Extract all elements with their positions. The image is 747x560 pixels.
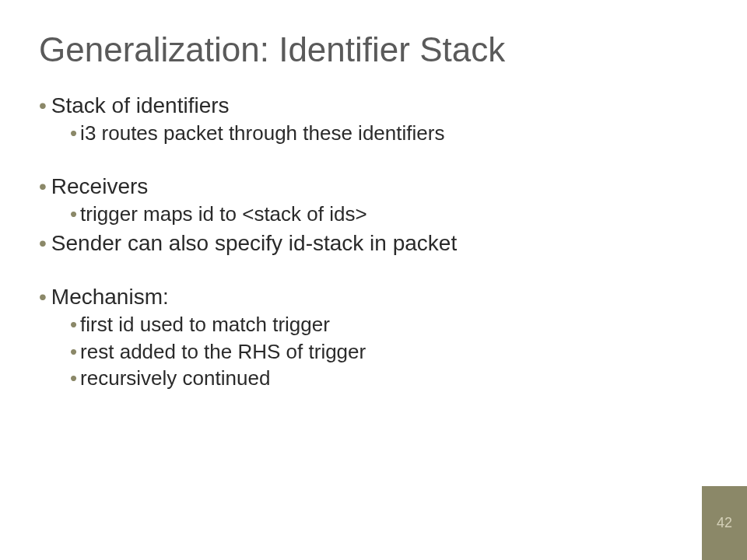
page-number-box: 42 (702, 486, 747, 560)
page-number: 42 (717, 515, 732, 531)
slide-title: Generalization: Identifier Stack (39, 31, 708, 68)
bullet-l1: •Sender can also specify id-stack in pac… (39, 229, 708, 257)
bullet-text: first id used to match trigger (80, 313, 330, 336)
spacer (39, 257, 708, 280)
slide: Generalization: Identifier Stack •Stack … (0, 0, 747, 560)
bullet-l2: •rest added to the RHS of trigger (70, 339, 708, 365)
spacer (39, 146, 708, 170)
bullet-text: Receivers (51, 174, 148, 198)
bullet-icon: • (70, 313, 77, 336)
bullet-icon: • (70, 202, 77, 226)
bullet-icon: • (70, 121, 77, 145)
bullet-text: trigger maps id to <stack of ids> (80, 202, 367, 226)
bullet-l2: •i3 routes packet through these identifi… (70, 121, 708, 146)
bullet-icon: • (39, 93, 47, 117)
bullet-text: Sender can also specify id-stack in pack… (51, 231, 457, 255)
bullet-text: rest added to the RHS of trigger (80, 340, 366, 363)
bullet-text: i3 routes packet through these identifie… (80, 121, 444, 145)
bullet-l1: •Mechanism: (39, 283, 708, 310)
bullet-icon: • (39, 231, 47, 255)
bullet-l2: •first id used to match trigger (70, 312, 708, 338)
bullet-l1: •Stack of identifiers (39, 92, 708, 119)
bullet-icon: • (70, 366, 77, 390)
bullet-icon: • (39, 174, 47, 198)
bullet-text: recursively continued (80, 366, 270, 390)
bullet-text: Mechanism: (51, 285, 169, 309)
slide-body: •Stack of identifiers •i3 routes packet … (39, 92, 708, 391)
bullet-icon: • (39, 285, 47, 309)
bullet-l1: •Receivers (39, 173, 708, 200)
bullet-l2: •trigger maps id to <stack of ids> (70, 201, 708, 227)
bullet-l2: •recursively continued (70, 366, 708, 391)
bullet-text: Stack of identifiers (51, 93, 230, 117)
bullet-icon: • (70, 340, 77, 363)
